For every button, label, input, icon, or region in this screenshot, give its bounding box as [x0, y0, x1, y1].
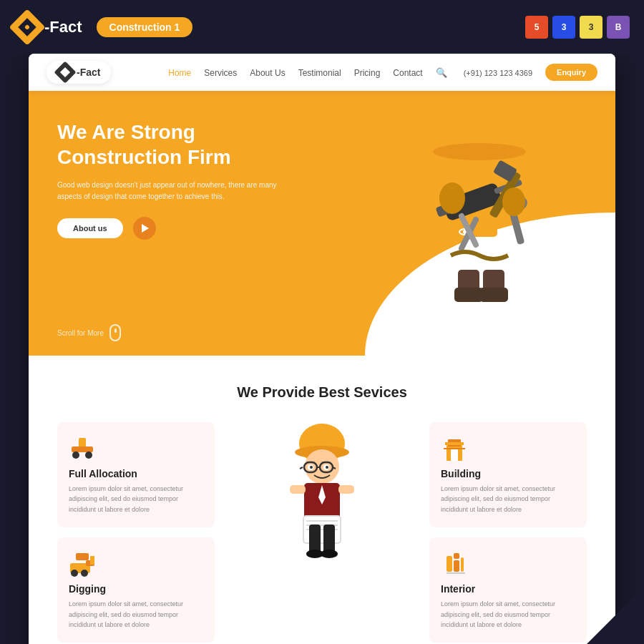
play-button[interactable]	[133, 217, 156, 240]
nav-about[interactable]: About Us	[250, 68, 285, 78]
building-name: Building	[441, 468, 575, 479]
full-allocation-desc: Lorem ipsum dolor sit amet, consectetur …	[69, 484, 203, 514]
building-desc: Lorem ipsum dolor sit amet, consectetur …	[441, 484, 575, 514]
svg-rect-52	[309, 525, 321, 553]
svg-rect-57	[444, 448, 465, 449]
nav-phone: (+91) 123 123 4369	[464, 69, 532, 77]
svg-rect-53	[323, 525, 335, 553]
svg-point-24	[85, 452, 92, 459]
site-nav: -Fact Home Services About Us Testimonial…	[29, 54, 615, 91]
hero-content: We Are Strong Construction Firm Good web…	[57, 119, 286, 240]
html5-badge: 5	[525, 16, 548, 39]
nav-home[interactable]: Home	[168, 68, 191, 78]
svg-point-0	[440, 109, 519, 173]
svg-rect-46	[338, 485, 354, 494]
svg-line-37	[300, 467, 303, 469]
svg-rect-63	[454, 560, 459, 572]
svg-point-41	[310, 466, 313, 469]
building-icon	[441, 435, 468, 462]
svg-rect-22	[72, 447, 93, 452]
services-title: We Provide Best Sevices	[57, 384, 587, 401]
svg-rect-60	[445, 442, 464, 445]
tools-svg	[401, 98, 558, 313]
services-section: We Provide Best Sevices Full Allocation	[29, 356, 615, 644]
services-left: Full Allocation Lorem ipsum dolor sit am…	[57, 422, 215, 643]
chrome-bar: -Fact Construction 1 5 3 3 B	[0, 0, 644, 54]
svg-point-28	[81, 570, 88, 577]
svg-point-55	[321, 550, 338, 558]
nav-testimonial[interactable]: Testimonial	[298, 68, 341, 78]
svg-rect-45	[290, 485, 306, 494]
svg-rect-5	[454, 288, 483, 302]
service-card-building: Building Lorem ipsum dolor sit amet, con…	[429, 422, 587, 527]
service-card-digging: Digging Lorem ipsum dolor sit amet, cons…	[57, 537, 215, 643]
tech-badges: 5 3 3 B	[525, 16, 630, 39]
svg-point-20	[502, 187, 525, 216]
svg-rect-6	[479, 288, 508, 302]
nav-pricing[interactable]: Pricing	[354, 68, 381, 78]
hero-illustration	[401, 98, 572, 327]
chrome-brand: -Fact	[44, 18, 82, 36]
services-right: Building Lorem ipsum dolor sit amet, con…	[429, 422, 587, 643]
svg-rect-30	[76, 553, 89, 560]
interior-icon	[441, 550, 468, 577]
css3-badge: 3	[552, 16, 575, 39]
site-logo: -Fact	[47, 61, 111, 84]
hero-section: We Are Strong Construction Firm Good web…	[29, 91, 615, 356]
svg-rect-62	[454, 553, 459, 559]
svg-rect-29	[90, 556, 94, 565]
website-container: -Fact Home Services About Us Testimonial…	[29, 54, 615, 644]
enquiry-button[interactable]: Enquiry	[545, 64, 597, 81]
service-card-interior: Interior Lorem ipsum dolor sit amet, con…	[429, 537, 587, 643]
scroll-mouse-icon	[109, 324, 121, 341]
interior-name: Interior	[441, 583, 575, 595]
scroll-dot	[114, 328, 117, 333]
svg-rect-64	[461, 557, 464, 572]
services-grid: Full Allocation Lorem ipsum dolor sit am…	[57, 422, 587, 643]
play-icon	[142, 224, 149, 233]
search-icon[interactable]: 🔍	[436, 67, 447, 78]
chrome-tag: Construction 1	[97, 17, 193, 37]
chrome-logo: -Fact	[14, 14, 82, 40]
digging-icon	[69, 550, 96, 577]
about-button[interactable]: About us	[57, 218, 123, 238]
digging-name: Digging	[69, 583, 203, 595]
services-center	[215, 422, 429, 558]
character-svg	[283, 422, 361, 558]
nav-services[interactable]: Services	[204, 68, 237, 78]
nav-contact[interactable]: Contact	[393, 68, 422, 78]
full-allocation-name: Full Allocation	[69, 468, 203, 479]
nav-links: Home Services About Us Testimonial Prici…	[168, 64, 597, 81]
diamond-icon	[9, 9, 46, 45]
js-badge: 3	[580, 16, 602, 39]
hero-description: Good web design doesn't just appear out …	[57, 180, 286, 203]
scroll-text: Scroll for More	[57, 329, 104, 337]
logo-text: -Fact	[77, 67, 100, 78]
scroll-indicator: Scroll for More	[57, 324, 121, 341]
svg-point-23	[72, 452, 79, 459]
svg-rect-58	[451, 449, 458, 461]
svg-point-42	[326, 466, 328, 469]
full-allocation-icon	[69, 435, 96, 462]
svg-point-19	[439, 182, 465, 214]
hero-buttons: About us	[57, 217, 286, 240]
digging-desc: Lorem ipsum dolor sit amet, consectetur …	[69, 599, 203, 630]
service-card-full-allocation: Full Allocation Lorem ipsum dolor sit am…	[57, 422, 215, 527]
svg-rect-2	[440, 147, 519, 154]
bootstrap-badge: B	[607, 16, 630, 39]
hero-title: We Are Strong Construction Firm	[57, 119, 286, 170]
logo-diamond-icon	[54, 61, 76, 83]
svg-rect-61	[447, 556, 452, 572]
interior-desc: Lorem ipsum dolor sit amet, consectetur …	[441, 599, 575, 630]
svg-point-27	[71, 570, 78, 577]
